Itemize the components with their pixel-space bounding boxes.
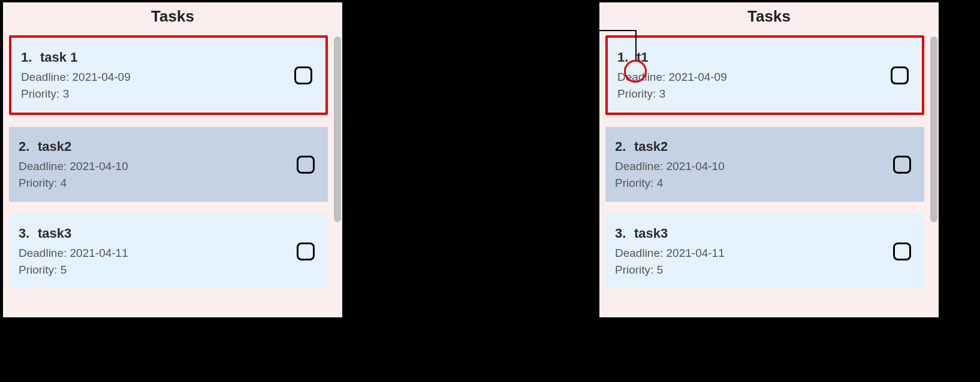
tasks-panel-left: Tasks 1. task 1 Deadline: 2021-04-09 Pri…	[2, 1, 343, 319]
task-item[interactable]: 3. task3 Deadline: 2021-04-11 Priority: …	[9, 214, 328, 289]
task-item[interactable]: 2. task2 Deadline: 2021-04-10 Priority: …	[9, 127, 328, 202]
task-checkbox[interactable]	[891, 66, 909, 84]
task-priority: Priority: 5	[615, 262, 913, 278]
task-deadline: Deadline: 2021-04-10	[615, 158, 913, 175]
task-checkbox[interactable]	[297, 242, 315, 260]
task-title: task3	[634, 226, 668, 241]
task-title: task2	[634, 139, 668, 154]
task-checkbox[interactable]	[893, 156, 911, 174]
task-priority: Priority: 3	[617, 86, 911, 102]
task-deadline: Deadline: 2021-04-11	[19, 245, 317, 262]
task-number: 3.	[615, 226, 628, 241]
task-deadline: Deadline: 2021-04-10	[19, 158, 317, 175]
tasks-panel-right: Tasks 1. t1 Deadline: 2021-04-09 Priorit…	[598, 1, 940, 319]
task-item[interactable]: 1. task 1 Deadline: 2021-04-09 Priority:…	[9, 35, 328, 115]
task-priority: Priority: 4	[19, 175, 317, 192]
task-item[interactable]: 2. task2 Deadline: 2021-04-10 Priority: …	[605, 127, 924, 202]
scrollbar[interactable]	[334, 37, 341, 222]
task-priority: Priority: 4	[615, 175, 913, 192]
task-checkbox[interactable]	[893, 242, 911, 260]
task-priority: Priority: 5	[19, 262, 317, 278]
task-number: 2.	[19, 139, 32, 154]
task-number: 1.	[21, 50, 34, 65]
task-list: 1. t1 Deadline: 2021-04-09 Priority: 3 2…	[599, 32, 939, 316]
task-deadline: Deadline: 2021-04-11	[615, 245, 913, 262]
task-deadline: Deadline: 2021-04-09	[617, 69, 911, 86]
task-number: 2.	[615, 139, 628, 154]
task-item[interactable]: 1. t1 Deadline: 2021-04-09 Priority: 3	[605, 35, 924, 115]
panel-title: Tasks	[3, 2, 342, 32]
task-list: 1. task 1 Deadline: 2021-04-09 Priority:…	[3, 32, 342, 316]
task-title: task3	[38, 226, 71, 241]
task-item[interactable]: 3. task3 Deadline: 2021-04-11 Priority: …	[605, 214, 924, 289]
scrollbar[interactable]	[930, 37, 937, 222]
task-checkbox[interactable]	[294, 66, 312, 84]
task-priority: Priority: 3	[21, 86, 315, 102]
task-title: t1	[637, 50, 649, 65]
task-checkbox[interactable]	[297, 156, 315, 174]
task-deadline: Deadline: 2021-04-09	[21, 69, 315, 86]
panel-title: Tasks	[599, 2, 939, 32]
task-title: task 1	[40, 50, 77, 65]
task-number: 3.	[19, 226, 32, 241]
task-number: 1.	[617, 50, 631, 65]
task-title: task2	[38, 139, 71, 154]
